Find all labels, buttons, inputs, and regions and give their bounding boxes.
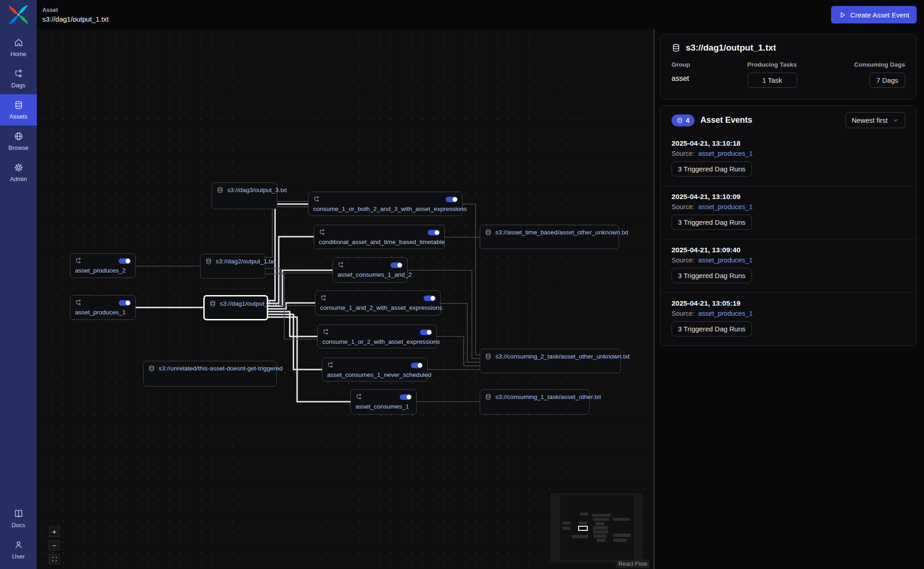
producing-tasks-label: Producing Tasks [747,61,797,68]
reactflow-attribution[interactable]: React Flow [616,560,649,568]
source-label: Source: [671,310,694,317]
source-dag-link[interactable]: asset_produces_1 [698,150,753,157]
source-label: Source: [671,256,694,264]
sidebar-item-dags[interactable]: Dags [0,63,37,94]
database-icon [217,187,224,193]
sort-order-select[interactable]: Newest first [845,112,905,128]
event-source-row: Source: asset_produces_1 [671,150,905,157]
sidebar-item-label: User [12,553,24,560]
graph-edge [463,204,480,355]
minimap-node [597,539,605,542]
node-label: s3://dag3/output_3.txt [227,187,287,193]
header-titles: Asset s3://dag1/output_1.txt [42,7,109,23]
dag-pause-toggle[interactable] [446,197,458,202]
sidebar-item-user[interactable]: User [0,534,37,569]
minimap-node [593,518,609,521]
graph-edge [437,336,480,366]
graph-node-consuming_2_out[interactable]: s3://consuming_2_task/asset_other_unknow… [480,349,621,373]
graph-node-dag1_output1[interactable]: s3://dag1/output_1.txt [203,295,268,320]
play-icon [838,11,846,19]
graph-node-time_based_out[interactable]: s3://asset_time_based/asset_other_unknow… [480,225,619,249]
minimap-node [579,522,587,525]
dag-pause-toggle[interactable] [420,330,432,335]
fit-view-button[interactable] [49,554,60,564]
node-label: asset_consumes_1 [356,403,412,410]
graph-node-consume_1_or_both_2_and_3[interactable]: consume_1_or_both_2_and_3_with_asset_exp… [308,192,463,216]
sidebar-item-label: Admin [10,176,27,182]
source-dag-link[interactable]: asset_produces_1 [698,310,753,317]
sort-order-value: Newest first [852,116,888,124]
source-label: Source: [671,203,694,211]
dag-pause-toggle[interactable] [119,300,131,306]
graph-minimap[interactable] [551,493,643,562]
database-icon [148,365,155,372]
graph-node-conditional[interactable]: conditional_asset_and_time_based_timetab… [314,225,445,249]
airflow-logo[interactable] [8,4,29,25]
graph-node-dag3_output3[interactable]: s3://dag3/output_3.txt [212,182,277,209]
source-dag-link[interactable]: asset_produces_1 [698,203,753,211]
minimap-node [579,527,587,530]
create-asset-event-button[interactable]: Create Asset Event [831,6,917,23]
dag-pause-toggle[interactable] [400,394,412,400]
dag-pause-toggle[interactable] [411,363,423,368]
dag-pause-toggle[interactable] [390,262,402,268]
sidebar-item-home[interactable]: Home [0,32,37,63]
triggered-dag-runs-button[interactable]: 3 Triggered Dag Runs [671,215,752,230]
dag-pause-toggle[interactable] [428,230,440,235]
graph-node-asset_produces_1[interactable]: asset_produces_1 [70,295,136,320]
graph-node-consuming_1_out[interactable]: s3://consuming_1_task/asset_other.txt [480,389,590,415]
create-asset-event-label: Create Asset Event [850,11,909,19]
node-label: asset_consumes_1_and_2 [338,271,402,278]
triggered-dag-runs-button[interactable]: 3 Triggered Dag Runs [671,268,752,283]
graph-node-dag2_output1[interactable]: s3://dag2/output_1.txt [200,254,265,279]
chevron-down-icon [892,117,899,124]
event-count: 4 [686,117,689,124]
graph-node-unrelated[interactable]: s3://unrelated/this-asset-doesnt-get-tri… [143,361,277,387]
sidebar-item-assets[interactable]: Assets [0,94,37,125]
sidebar-item-browse[interactable]: Browse [0,125,37,157]
zoom-out-button[interactable]: − [49,540,60,551]
graph-edge [441,303,480,362]
dag-icon [14,69,23,79]
node-label: s3://consuming_1_task/asset_other.txt [495,393,601,400]
graph-node-asset_consumes_1[interactable]: asset_consumes_1 [350,389,417,415]
minimap-node [580,512,588,516]
sidebar-item-admin[interactable]: Admin [0,157,37,188]
globe-icon [14,131,23,141]
asset-events-title-group: 4 Asset Events [671,114,752,126]
book-icon [14,509,23,518]
dag-pause-toggle[interactable] [424,296,436,301]
dag-pause-toggle[interactable] [119,258,131,264]
node-label: consume_1_and_2_with_asset_expressions [320,304,436,311]
dag-icon [313,196,320,203]
database-icon [485,393,492,400]
minimap-node [593,530,608,534]
sidebar-item-docs[interactable]: Docs [0,503,37,534]
dag-icon [75,257,82,264]
minimap-node [592,514,611,517]
triggered-dag-runs-button[interactable]: 3 Triggered Dag Runs [671,321,752,336]
graph-node-asset_produces_2[interactable]: asset_produces_2 [70,253,136,278]
graph-node-asset_consumes_1_and_2[interactable]: asset_consumes_1_and_2 [333,257,407,283]
toggle-knob [418,363,422,368]
source-dag-link[interactable]: asset_produces_1 [698,256,753,264]
graph-node-consume_1_or_2[interactable]: consume_1_or_2_with_asset_expressions [317,324,437,348]
minimap-node [593,526,608,529]
database-icon [671,43,681,52]
dag-icon [319,229,326,236]
consuming-dags-button[interactable]: 7 Dags [869,73,905,88]
zoom-in-button[interactable]: + [49,526,60,537]
producing-tasks-button[interactable]: 1 Task [747,73,797,88]
graph-node-consume_1_and_2[interactable]: consume_1_and_2_with_asset_expressions [315,290,441,316]
group-value: asset [671,74,690,83]
minimap-node [572,535,588,538]
minimap-node [562,522,571,525]
minimap-node [613,518,630,521]
triggered-dag-runs-button[interactable]: 3 Triggered Dag Runs [671,161,752,176]
asset-graph-canvas[interactable]: s3://dag3/output_3.txtconsume_1_or_both_… [37,29,654,569]
sidebar-item-label: Docs [11,522,25,529]
event-source-row: Source: asset_produces_1 [671,256,905,264]
graph-node-never_scheduled[interactable]: asset_consumes_1_never_scheduled [322,358,428,381]
node-label: asset_produces_1 [75,309,131,316]
node-label: s3://unrelated/this-asset-doesnt-get-tri… [159,365,282,372]
